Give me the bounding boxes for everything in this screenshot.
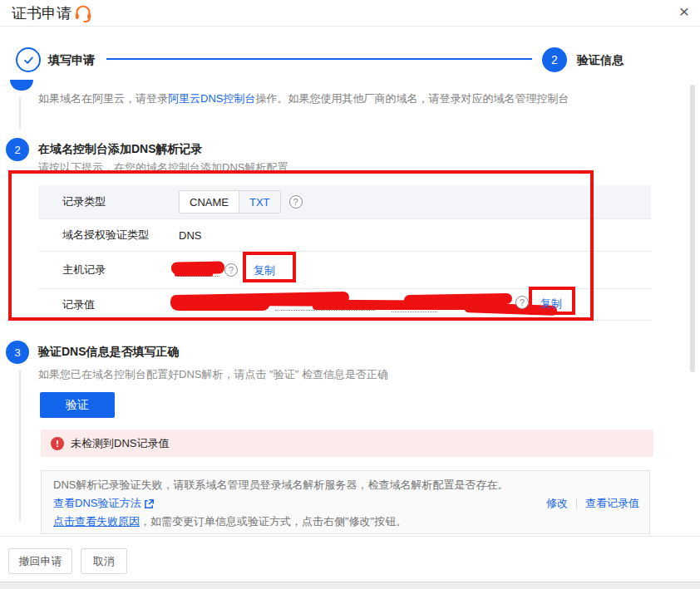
help-icon[interactable]: ? [224, 263, 238, 277]
step1-circle [16, 47, 41, 72]
fail-reason-text: DNS解析记录验证失败，请联系域名管理员登录域名解析服务器，检查域名解析配置是否… [53, 478, 508, 493]
hint-text-pre: 如果域名在阿里云，请登录 [38, 92, 168, 105]
external-link-icon[interactable] [144, 498, 155, 509]
verify-button[interactable]: 验证 [40, 392, 115, 418]
link-divider [576, 498, 577, 509]
dns-record-table: 记录类型 CNAME TXT ? 域名授权验证类型 DNS 主机记录 ? 复制 … [38, 185, 651, 321]
record-value-row: 记录值 4 ? 复制 [38, 289, 651, 321]
previous-step-circle-partial [10, 80, 33, 91]
section2-title: 在域名控制台添加DNS解析记录 [38, 142, 203, 157]
section3-title: 验证DNS信息是否填写正确 [38, 345, 180, 360]
page-title: 证书申请 [12, 3, 71, 23]
dialog-header: 证书申请 × [0, 0, 700, 27]
auth-type-row: 域名授权验证类型 DNS [38, 218, 651, 252]
record-value-label: 记录值 [38, 297, 179, 312]
section2-number-circle: 2 [6, 138, 29, 161]
close-icon[interactable]: × [673, 1, 695, 22]
record-value-visible-char: 4 [502, 295, 508, 307]
modify-link[interactable]: 修改 [546, 496, 568, 511]
auth-type-value: DNS [179, 229, 201, 242]
step-rail-line [19, 97, 21, 129]
section3-subtitle: 如果您已在域名控制台配置好DNS解析，请点击 "验证" 检查信息是否正确 [38, 367, 388, 382]
footer-divider [0, 536, 700, 537]
help-icon[interactable]: ? [289, 195, 303, 209]
record-value-redaction [170, 292, 349, 307]
record-value-redaction [170, 296, 270, 311]
record-type-option-cname[interactable]: CNAME [180, 191, 239, 213]
host-record-row: 主机记录 ? 复制 [38, 252, 651, 289]
host-record-copy-button[interactable]: 复制 [254, 263, 275, 278]
window-bottom-edge [0, 582, 700, 589]
customer-service-icon[interactable] [73, 3, 93, 23]
withdraw-application-button[interactable]: 撤回申请 [8, 548, 72, 574]
aliyun-dns-console-link[interactable]: 阿里云DNS控制台 [168, 92, 255, 105]
step2-circle: 2 [542, 47, 567, 72]
record-type-label: 记录类型 [38, 194, 179, 209]
cancel-button[interactable]: 取消 [81, 548, 127, 574]
certificate-application-dialog: 证书申请 × 填写申请 2 验证信息 如果域名在阿里云，请登录阿里云DNS控制台… [0, 0, 700, 589]
host-record-label: 主机记录 [38, 263, 179, 277]
host-record-redaction [171, 261, 224, 274]
dns-console-hint: 如果域名在阿里云，请登录阿里云DNS控制台操作。如果您使用其他厂商的域名，请登录… [38, 91, 569, 106]
fail-actions: 修改 查看记录值 [546, 496, 639, 511]
help-icon[interactable]: ? [515, 296, 529, 309]
view-fail-reason-link[interactable]: 点击查看失败原因 [53, 515, 140, 528]
dns-error-alert: ! 未检测到DNS记录值 [41, 429, 653, 457]
record-value-redaction [313, 302, 504, 310]
scrollbar-thumb[interactable] [690, 85, 695, 372]
auth-type-label: 域名授权验证类型 [38, 228, 179, 243]
host-record-redaction-tail [175, 272, 213, 277]
fail-method-line: 查看DNS验证方法 [53, 496, 155, 511]
error-exclamation-icon: ! [51, 437, 64, 450]
check-icon [22, 54, 35, 66]
record-type-option-txt[interactable]: TXT [239, 191, 280, 213]
record-type-toggle: CNAME TXT [179, 190, 281, 214]
record-type-row: 记录类型 CNAME TXT ? [38, 185, 651, 218]
step1-label: 填写申请 [48, 53, 95, 68]
alert-text: 未检测到DNS记录值 [71, 436, 169, 451]
view-dns-method-link[interactable]: 查看DNS验证方法 [53, 496, 140, 511]
section3-number-circle: 3 [6, 341, 29, 364]
step-rail-line [19, 371, 21, 521]
hint-text-post: 操作。如果您使用其他厂商的域名，请登录对应的域名管理控制台 [255, 92, 569, 105]
section2-subtitle: 请按以下提示，在您的域名控制台添加DNS解析配置 [38, 160, 288, 175]
record-value-hidden-text [429, 309, 519, 310]
verification-fail-box: DNS解析记录验证失败，请联系域名管理员登录域名解析服务器，检查域名解析配置是否… [41, 470, 650, 534]
fail-help-line: 点击查看失败原因，如需变更订单信息或验证方式，点击右侧"修改"按钮。 [53, 514, 407, 529]
step-connector-line [106, 58, 532, 60]
record-value-copy-button[interactable]: 复制 [540, 297, 562, 312]
host-record-hidden-text [176, 276, 219, 277]
record-value-redaction [229, 299, 504, 307]
record-value-hidden-text [275, 310, 375, 311]
record-value-redaction [404, 293, 512, 306]
record-value-hidden-text [392, 312, 437, 312]
step2-label: 验证信息 [577, 53, 624, 68]
view-record-value-link[interactable]: 查看记录值 [585, 496, 639, 511]
fail-help-rest: ，如需变更订单信息或验证方式，点击右侧"修改"按钮。 [140, 515, 407, 528]
